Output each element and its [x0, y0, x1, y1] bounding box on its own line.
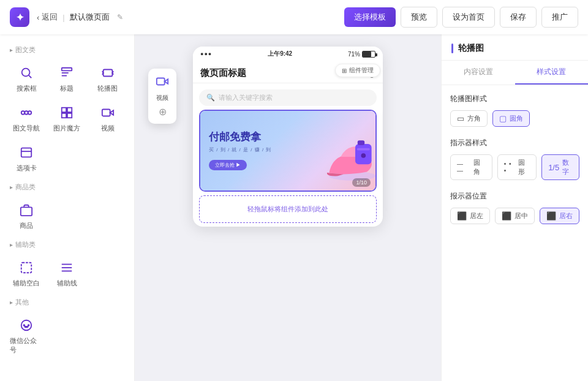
svg-rect-12	[67, 113, 72, 118]
panel-title-bar: 轮播图	[442, 34, 588, 61]
ind-circle-icon: • • •	[504, 160, 515, 174]
homepage-button[interactable]: 设为首页	[442, 7, 495, 28]
indicator-style-options: — — 圆角 • • • 圆形 1/5 数字	[450, 154, 579, 180]
option-pos-center[interactable]: ⬛ 居中	[495, 208, 535, 224]
drag-handle-icon[interactable]: ⊕	[159, 106, 167, 118]
drop-zone[interactable]: 轻拖鼠标将组件添加到此处	[199, 195, 377, 223]
topbar: ✦ ‹ 返回 | 默认微页面 ✎ 选择模板 预览 设为首页 保存 推广	[0, 0, 588, 34]
banner-text-area: 付邮免费拿 买 / 到 / 就 / 是 / 赚 / 到 立即去抢 ▶	[200, 124, 314, 177]
preview-button[interactable]: 预览	[401, 7, 437, 28]
option-ind-number[interactable]: 1/5 数字	[541, 154, 579, 180]
battery-pct: 71%	[348, 51, 360, 58]
grid-icon: ⊞	[342, 67, 347, 74]
banner-wrapper: 付邮免费拿 买 / 到 / 就 / 是 / 赚 / 到 立即去抢 ▶	[193, 110, 383, 192]
sidebar: ▸ 图文类 搜索框 标题 轮播图	[0, 34, 135, 381]
ind-number-icon: 1/5	[548, 163, 559, 172]
round-icon: ▢	[499, 114, 507, 123]
section-title-goods: ▸ 商品类	[5, 179, 129, 194]
svg-point-29	[361, 153, 366, 158]
banner-sub-text: 买 / 到 / 就 / 是 / 赚 / 到	[209, 146, 306, 153]
section-title-other: ▸ 其他	[5, 294, 129, 309]
search-placeholder: 请输入关键字搜索	[219, 93, 273, 102]
phone-frame: ●●● 上午9:42 71% 微页面标题 ••• ◎	[193, 47, 383, 227]
main-area: ▸ 图文类 搜索框 标题 轮播图	[0, 34, 588, 381]
svg-rect-23	[157, 78, 165, 85]
wechat-icon	[18, 317, 35, 334]
canvas-area: 视频 ⊕ ●●● 上午9:42 71% 微页面标题	[135, 34, 441, 381]
save-button[interactable]: 保存	[500, 7, 537, 28]
sidebar-item-option-card[interactable]: 选项卡	[7, 139, 45, 176]
sidebar-item-carousel[interactable]: 轮播图	[89, 59, 127, 97]
aux-space-icon	[18, 259, 35, 276]
aux-line-icon	[58, 259, 75, 276]
sidebar-item-aux-space[interactable]: 辅助空白	[7, 254, 45, 292]
svg-rect-5	[103, 70, 112, 77]
sidebar-item-goods[interactable]: 商品	[7, 197, 45, 234]
banner-cta-button[interactable]: 立即去抢 ▶	[209, 160, 247, 170]
sidebar-item-video[interactable]: 视频	[89, 99, 127, 137]
drag-widget-label: 视频	[156, 94, 168, 102]
option-pos-left[interactable]: ⬛ 居左	[450, 208, 490, 224]
template-button[interactable]: 选择模板	[344, 7, 396, 27]
drop-hint-text: 轻拖鼠标将组件添加到此处	[247, 205, 328, 213]
banner-product-image	[314, 117, 375, 184]
widget-mgmt-button[interactable]: ⊞ 组件管理	[335, 64, 380, 77]
svg-rect-28	[357, 148, 370, 151]
signal-icon: ●●●	[200, 51, 212, 57]
sidebar-item-search[interactable]: 搜索框	[7, 59, 45, 97]
option-square[interactable]: ▭ 方角	[450, 110, 488, 127]
option-round[interactable]: ▢ 圆角	[492, 110, 530, 127]
image-nav-icon	[18, 104, 35, 121]
banner-main-text: 付邮免费拿	[209, 131, 306, 143]
pos-right-icon: ⬛	[546, 211, 556, 221]
section-label-carousel: 轮播图样式	[450, 94, 579, 104]
square-icon: ▭	[457, 114, 464, 123]
image-grid-icon	[58, 104, 75, 121]
svg-point-8	[28, 111, 32, 115]
svg-line-1	[29, 75, 31, 78]
section-title-image: ▸ 图文类	[5, 42, 129, 57]
battery-bar-icon	[362, 51, 375, 58]
svg-point-22	[21, 320, 32, 331]
drag-widget[interactable]: 视频 ⊕	[148, 69, 176, 124]
svg-rect-10	[67, 108, 72, 112]
sidebar-item-image-nav[interactable]: 图文导航	[7, 99, 45, 137]
sidebar-item-image-grid[interactable]: 图片魔方	[48, 99, 86, 137]
phone-search-bar: 🔍 请输入关键字搜索	[199, 89, 377, 106]
banner-component[interactable]: 付邮免费拿 买 / 到 / 就 / 是 / 赚 / 到 立即去抢 ▶	[199, 110, 377, 192]
option-pos-right[interactable]: ⬛ 居右	[540, 208, 579, 224]
title-icon	[58, 64, 75, 81]
tab-style[interactable]: 样式设置	[515, 61, 589, 85]
sidebar-item-aux-line[interactable]: 辅助线	[48, 254, 86, 292]
right-panel: 轮播图 内容设置 样式设置 轮播图样式 ▭ 方角 ▢ 圆角	[441, 34, 588, 381]
svg-rect-17	[21, 207, 32, 216]
battery-area: 71%	[348, 51, 375, 58]
section-label-indicator: 指示器样式	[450, 138, 579, 148]
promote-button[interactable]: 推广	[541, 7, 578, 28]
edit-icon[interactable]: ✎	[117, 13, 123, 21]
sidebar-item-title[interactable]: 标题	[48, 59, 86, 97]
option-card-icon	[18, 144, 35, 161]
svg-rect-27	[358, 140, 364, 145]
topbar-actions: 选择模板 预览 设为首页 保存 推广	[344, 7, 578, 28]
sidebar-grid-goods: 商品	[5, 194, 129, 236]
option-ind-round[interactable]: — — 圆角	[450, 154, 492, 180]
svg-rect-15	[21, 148, 32, 157]
sidebar-grid-other: 微信公众号	[5, 309, 129, 361]
tab-content[interactable]: 内容设置	[442, 61, 515, 85]
pos-left-icon: ⬛	[457, 211, 467, 221]
back-button[interactable]: ‹ 返回	[37, 12, 58, 23]
title-accent	[451, 43, 453, 53]
goods-icon	[18, 202, 35, 219]
position-options: ⬛ 居左 ⬛ 居中 ⬛ 居右	[450, 208, 579, 224]
drag-widget-inner[interactable]: 视频 ⊕	[148, 69, 176, 124]
back-arrow-icon: ‹	[37, 13, 39, 22]
pos-center-icon: ⬛	[502, 211, 511, 221]
phone-status-bar: ●●● 上午9:42 71%	[193, 47, 383, 61]
phone-container: ●●● 上午9:42 71% 微页面标题 ••• ◎	[193, 47, 383, 227]
panel-section-position: 报示器位置 ⬛ 居左 ⬛ 居中 ⬛ 居右	[450, 191, 579, 224]
sidebar-item-wechat[interactable]: 微信公众号	[7, 312, 45, 358]
sidebar-grid-aux: 辅助空白 辅助线	[5, 252, 129, 294]
option-ind-circle[interactable]: • • • 圆形	[497, 154, 537, 180]
panel-tabs: 内容设置 样式设置	[442, 61, 588, 85]
